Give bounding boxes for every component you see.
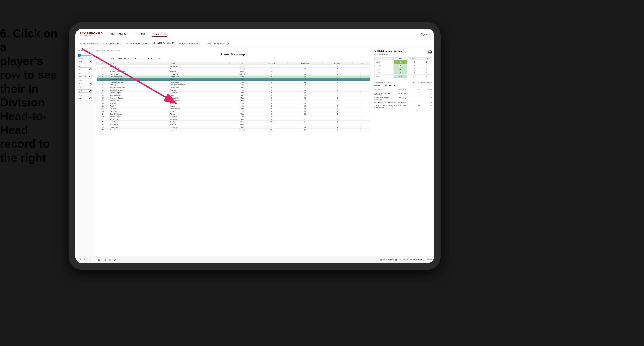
table-panel: Update time: 27/03/2024 16:56:26 Player …	[94, 48, 372, 263]
col-school: School	[169, 62, 230, 65]
table-row[interactable]: 8 Mats Ege East Tennessee State Fifth 1 …	[96, 84, 370, 86]
redo-btn[interactable]: ↪	[83, 258, 88, 262]
h2h-col-loss: Loss	[407, 57, 422, 60]
tablet-screen: SCOREBOARD Powered by clippd TOURNAMENTS…	[75, 29, 434, 263]
view-original-btn[interactable]: 📷 View: Original	[380, 259, 393, 261]
tournament-rows: Amer Ari Intercollegiate Invitational St…	[374, 92, 432, 109]
nav-items: TOURNAMENTS TEAMS COMMITTEE	[110, 32, 421, 37]
check-btn[interactable]: ✓	[88, 258, 93, 262]
settings-btn[interactable]: ⚙	[97, 258, 102, 262]
player-table: # Player School Yr Reg Rank Conf Rank No…	[96, 62, 370, 131]
tournament-row[interactable]: Amer Ari Intercollegiate Invitational St…	[374, 92, 432, 96]
col-no-rds: No. Rds.	[323, 62, 352, 65]
table-row[interactable]: 1 Wenyi Ding Arizona State First 1 1 14 …	[96, 65, 370, 68]
opp-stats: 98.1% 674 - 33 - 12	[374, 85, 432, 87]
instruction-text: 6. Click on a player's row to see their …	[0, 26, 64, 165]
table-row[interactable]: 14 Maxwell Ford North Carolina Third 2 2…	[96, 100, 370, 102]
opponents-section: Opponents in division: W-L-T record in-d…	[374, 80, 432, 109]
region-filter: Region: All	[135, 58, 144, 60]
table-row[interactable]: 24 Bastien Amat New Mexico Fourth 1 27 2…	[96, 126, 370, 129]
table-row[interactable]: 15 Jake Hall Tennessee Fifth 3 22 0 0	[96, 102, 370, 105]
table-row[interactable]: 3 Michael Thorbjornsen Stanford Fourth 2…	[96, 70, 370, 73]
division-select[interactable]: NCAA Division I	[78, 75, 92, 78]
sub-nav-player-h2h-heatmap[interactable]: PLAYER H2H HEATMAP	[205, 41, 230, 46]
tournament-row[interactable]: SEC Match Play hosted by Jerry Pate Roun…	[374, 104, 432, 109]
undo-btn[interactable]: ↩	[78, 258, 82, 262]
refresh-btn[interactable]: ↺	[113, 258, 117, 262]
bottom-toolbar: ↩ ↪ ✓ ⚙ ⊕ ○ ↺ 📷 View: Original 💾 Save Cu…	[75, 256, 434, 263]
table-row[interactable]: 19 Tiger Christensen Arizona Third 8 23 …	[96, 113, 370, 115]
region-select[interactable]: N/A	[78, 82, 92, 85]
table-row[interactable]: 13 Phichaksn Maichon Texas A&M Third 6 3…	[96, 97, 370, 100]
h2h-col-tie: Tie	[422, 57, 432, 60]
table-row[interactable]: 5 Christo Lamprecht Georgia Tech Fourth …	[96, 76, 370, 78]
update-time: Update time: 27/03/2024 16:56:26	[96, 50, 370, 51]
sub-nav-player-h2h-grid[interactable]: PLAYER H2H GRID	[180, 41, 200, 46]
close-btn[interactable]: ✕	[428, 50, 432, 54]
table-row[interactable]: 20 Matthew Riedel Vanderbilt Fifth 8 23 …	[96, 115, 370, 118]
table-row[interactable]: 18 Luke Powell UCLA First 4 24 1 0	[96, 110, 370, 113]
h2h-col-label	[375, 57, 394, 60]
save-custom-btn[interactable]: 💾 Save Custom View	[395, 259, 412, 261]
sub-nav: TEAM SUMMARY TEAM H2H GRID TEAM H2H HEAT…	[75, 40, 434, 48]
table-row[interactable]: 10 Jacob Mau Olesen Arkansas Fifth 4 25 …	[96, 89, 370, 92]
conference-select[interactable]: (All)	[78, 89, 92, 93]
th-pos: Pos	[416, 89, 422, 90]
slider-container[interactable]: 6 12	[78, 53, 92, 56]
gender-select[interactable]: Men	[78, 60, 92, 63]
no-rds-slider[interactable]	[78, 55, 92, 56]
table-row[interactable]: 2 Michael La Sasse Ole Miss Second 1 18 …	[96, 68, 370, 70]
col-reg-rank: Reg Rank	[255, 62, 288, 65]
watch-btn[interactable]: 👁 Watch ▾	[414, 259, 422, 261]
top-nav: SCOREBOARD Powered by clippd TOURNAMENTS…	[75, 29, 434, 40]
year-select[interactable]: (All)	[78, 67, 92, 71]
th-event-type: Event Type	[398, 89, 415, 90]
nav-right: Sign out	[421, 33, 430, 36]
player-select[interactable]: (All)	[78, 97, 92, 100]
add-btn[interactable]: ⊕	[102, 258, 107, 262]
h2h-row: Top 10 8 3 2	[375, 60, 432, 64]
table-row[interactable]: 9 Preston Summerhays Arizona State Third…	[96, 86, 370, 89]
division-filter: Division: NCAA Division I	[110, 58, 132, 60]
h2h-title-block: In Division Head-to-Head Jackson Koivun	[374, 50, 403, 55]
tournament-row[interactable]: Mirabel Maui Jim Intercollegiate Stroke …	[374, 101, 432, 104]
sub-nav-team-h2h-heatmap[interactable]: TEAM H2H HEATMAP	[126, 41, 149, 46]
sub-nav-player-summary[interactable]: PLAYER SUMMARY	[154, 41, 175, 46]
opp-header: Opponents in division: W-L-T record in-d…	[374, 82, 432, 84]
table-row[interactable]: 16 Alex Goff Kentucky Fifth 8 19 0 0	[96, 105, 370, 107]
h2h-header: In Division Head-to-Head Jackson Koivun …	[374, 50, 432, 55]
sub-nav-team-summary[interactable]: TEAM SUMMARY	[80, 41, 98, 46]
table-row[interactable]: 12 Brendan Valdes Auburn Third 4 21 0 0	[96, 94, 370, 97]
table-row[interactable]: 22 Ian Gilligan Florida Third 10 24 1 0	[96, 121, 370, 123]
table-row[interactable]: 17 David Ford North Carolina Third 3 21 …	[96, 107, 370, 110]
gender-filter: Gender: Men	[96, 58, 107, 60]
h2h-player-name: Jackson Koivun	[374, 53, 403, 55]
share-btn[interactable]: ⤴ Share	[426, 259, 432, 261]
table-row[interactable]: 7 Nicholas Gabrelcik North Florida Fourt…	[96, 81, 370, 84]
table-row[interactable]: 4 Luke Claton Florida State Second 1 27 …	[96, 73, 370, 76]
filter-panel: No Rds. 6 12 Gender Men Year (All) Divis…	[75, 48, 94, 263]
nav-item-teams[interactable]: TEAMS	[136, 32, 145, 37]
logo-area: SCOREBOARD Powered by clippd	[80, 32, 103, 36]
table-row[interactable]: 25 Cole Sherwood Vanderbilt Second 12 23…	[96, 129, 370, 131]
table-row[interactable]: 23 Jack Lundin Missouri Fourth 11 24 0 0	[96, 123, 370, 126]
conference-filter: Conference: All	[148, 58, 161, 60]
table-row[interactable]: 21 Taehoon Song Washington Fourth 6 23 1…	[96, 118, 370, 121]
sign-out-btn[interactable]: Sign out	[421, 33, 430, 36]
nav-item-committee[interactable]: COMMITTEE	[152, 32, 168, 37]
sub-nav-team-h2h-grid[interactable]: TEAM H2H GRID	[103, 41, 121, 46]
h2h-title: In Division Head-to-Head	[374, 50, 403, 53]
wlt-label: W-L-T record in-division:	[412, 82, 432, 84]
col-conf-rank: Conf Rank	[288, 62, 323, 65]
h2h-panel: In Division Head-to-Head Jackson Koivun …	[372, 48, 434, 263]
h2h-row: >100 578 11 1	[375, 74, 432, 78]
tournament-row[interactable]: Fallen Oak Collegiate Invitational Strok…	[374, 96, 432, 101]
th-score: Score	[423, 89, 432, 90]
tournament-list: Tournament Event Type Pos Score Amer Ari…	[374, 89, 432, 109]
toolbar-right: 📷 View: Original 💾 Save Custom View 👁 Wa…	[380, 258, 432, 262]
circle-btn[interactable]: ○	[108, 258, 112, 262]
table-row[interactable]: 11 Gordon Sargent Vanderbilt Third 4 21 …	[96, 92, 370, 94]
table-row[interactable]: 6 Jackson Koivun Auburn First 1 22 3 0	[96, 78, 370, 81]
nav-item-tournaments[interactable]: TOURNAMENTS	[110, 32, 129, 37]
division-label: Division	[78, 72, 92, 74]
